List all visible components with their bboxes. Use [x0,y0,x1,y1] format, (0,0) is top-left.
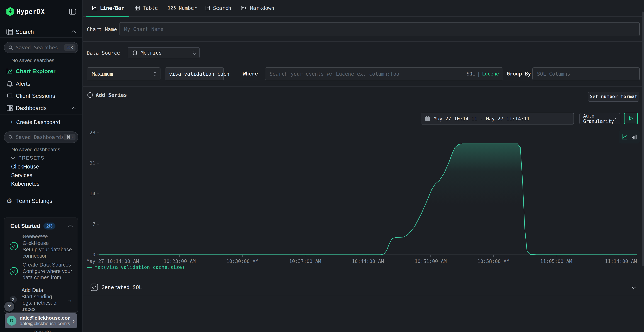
get-started-header[interactable]: Get Started 2/3 [10,222,56,230]
saved-searches-shortcut: ⌘K [64,44,76,51]
where-search-box: SQL | Lucene [265,68,503,80]
run-query-button[interactable] [624,113,638,124]
step-subtitle: Start sending logs, metrics, or traces [22,294,58,312]
saved-searches-input[interactable]: Saved Searches ⌘K [4,42,78,53]
sidebar-section-search[interactable]: Search [16,28,34,35]
step-title: Connect to ClickHouse [22,234,49,246]
scrollbar[interactable] [642,12,644,266]
sidebar-item-dashboards[interactable]: Dashboards [0,104,82,113]
presets-chevron-down-icon [11,157,15,160]
tab-label: Table [143,5,158,11]
group-by-input[interactable] [532,68,640,80]
generated-sql-toggle[interactable]: Generated SQL [90,283,142,291]
divider [83,41,644,42]
presets-toggle[interactable]: PRESETS [11,155,44,161]
hyperdx-logo-icon [6,7,14,16]
app-root: { "app": {"accent": "#2ee08f"}, "sidebar… [0,0,644,332]
check-circle-icon [10,267,18,275]
tabbar-border [83,16,644,17]
aggregation-value: Maximum [92,71,113,77]
chevron-right-icon: › [72,317,75,325]
chart-svg: 07142128May 27 10:14:00 AM10:23:00 AM10:… [83,130,644,268]
sidebar-item-label: Client Sessions [16,93,55,99]
line-chart-icon [6,68,13,75]
tab-line-bar[interactable]: Line/Bar [86,0,130,16]
aggregation-select[interactable]: Maximum [87,68,160,80]
svg-text:10:30:00 AM: 10:30:00 AM [226,258,258,264]
laptop-icon [6,92,13,100]
sidebar-item-chart-explorer[interactable]: Chart Explorer [0,66,82,76]
user-menu[interactable]: D dale@clickhouse.com dale@clickhouse.co… [5,314,77,328]
lucene-toggle[interactable]: Lucene [482,71,499,76]
bell-icon [6,80,13,87]
search-icon [8,45,13,50]
granularity-select[interactable]: Auto Granularity [579,113,620,124]
dashboards-icon [6,104,13,112]
arrow-right-icon: → [66,296,73,303]
get-started-chevron-up-icon[interactable] [68,224,73,228]
divider [83,279,644,279]
no-saved-dashboards-text: No saved dashboards [12,147,60,152]
dashboards-chevron-up-icon [71,106,76,110]
preset-clickhouse[interactable]: ClickHouse [11,164,39,170]
step-title: Create Data Sources [22,262,71,268]
team-settings-label: Team Settings [16,198,52,204]
sidebar-item-team-settings[interactable]: ⚙ Team Settings [6,198,52,204]
search-section-chevron-up-icon[interactable] [71,30,76,33]
divider [83,295,644,295]
play-icon [628,116,633,121]
svg-text:10:37:00 AM: 10:37:00 AM [289,258,321,264]
date-range-value: May 27 10:14:11 - May 27 11:14:11 [434,116,530,122]
saved-dashboards-input[interactable]: Saved Dashboards ⌘K [4,132,78,143]
gear-icon: ⚙ [6,198,12,204]
preset-kubernetes[interactable]: Kubernetes [11,181,40,187]
add-series-button[interactable]: Add Series [87,92,127,98]
chart-name-label: Chart Name [87,26,117,32]
preset-services[interactable]: Services [11,172,32,178]
sidebar-item-client-sessions[interactable]: Client Sessions [0,91,82,100]
set-number-format-button[interactable]: Set number format [588,92,639,102]
metric-tag[interactable]: visa_validation_cach [165,68,224,80]
group-by-label: Group By [507,71,531,77]
svg-text:28: 28 [90,130,95,136]
tab-number[interactable]: 123 Number [162,0,202,16]
chart-legend[interactable]: max(visa_validation_cache.size) [87,264,185,270]
tab-table[interactable]: Table [129,0,163,16]
where-label: Where [243,71,258,77]
create-dashboard-button[interactable]: + Create Dashboard [10,119,60,126]
where-input[interactable] [265,71,464,77]
chevrons-up-down-icon [153,71,156,76]
date-range-picker[interactable]: May 27 10:14:11 - May 27 11:14:11 [421,113,574,124]
get-started-step-1[interactable]: Connect to ClickHouse Set up your databa… [10,233,73,259]
granularity-value: Auto Granularity [583,113,615,124]
document-list-icon [205,5,210,11]
presets-label: PRESETS [18,155,44,161]
saved-dashboards-placeholder: Saved Dashboards [16,134,64,140]
check-circle-icon [10,242,18,250]
chart-name-input[interactable] [120,22,640,36]
search-icon [8,135,13,140]
help-button[interactable]: ? [4,302,14,312]
sidebar-collapse-icon[interactable] [69,8,76,15]
get-started-step-2[interactable]: Create Data Sources Configure where your… [10,262,73,281]
sidebar-divider [0,114,82,114]
sidebar-item-label: Alerts [16,80,30,87]
data-source-select[interactable]: Metrics [128,47,200,58]
svg-text:11:05:00 AM: 11:05:00 AM [540,258,572,264]
get-started-card: Get Started 2/3 Connect to ClickHouse Se… [4,218,78,313]
step-subtitle: Configure where your data comes from [22,268,72,280]
database-icon [132,50,138,55]
query-language-toggle: SQL | Lucene [466,71,499,76]
sidebar-item-alerts[interactable]: Alerts [0,79,82,88]
number-123-icon: 123 [168,6,176,10]
svg-text:11:14:00 AM: 11:14:00 AM [605,258,637,264]
code-icon [90,283,98,291]
user-email: dale@clickhouse.com [20,315,70,321]
search-section-icon [6,28,13,36]
get-started-step-3[interactable]: 3 Add Data Start sending logs, metrics, … [10,287,73,312]
tab-markdown[interactable]: Markdown [236,0,280,16]
sql-toggle[interactable]: SQL [466,71,475,76]
tab-search[interactable]: Search [200,0,236,16]
svg-text:10:44:00 AM: 10:44:00 AM [352,258,384,264]
generated-sql-chevron-down-icon[interactable] [631,286,636,290]
